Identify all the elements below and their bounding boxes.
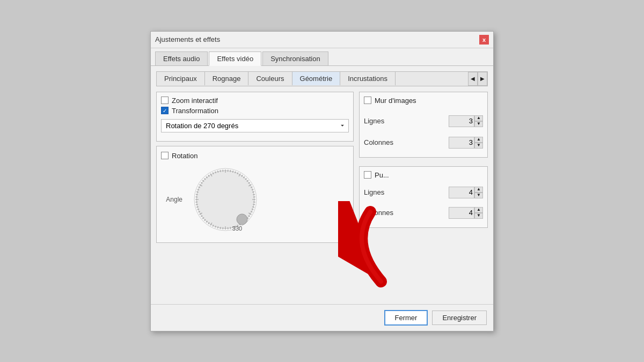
left-panel: Zoom interactif ✓ Transformation Rotatio… — [156, 92, 354, 299]
lignes-bottom-up[interactable]: ▲ — [474, 187, 483, 193]
colonnes-top-label: Colonnes — [364, 138, 393, 146]
lignes-bottom-down[interactable]: ▼ — [474, 193, 483, 198]
footer: Fermer Enregistrer — [151, 304, 493, 331]
colonnes-bottom-up[interactable]: ▲ — [474, 207, 483, 213]
colonnes-top-row: Colonnes ▲ ▼ — [364, 137, 483, 149]
tab-effets-video[interactable]: Effets vidéo — [209, 51, 261, 66]
puzzle-checkbox[interactable] — [364, 171, 371, 179]
sub-tabs: Principaux Rognage Couleurs Géométrie In… — [156, 71, 488, 86]
lignes-top-input[interactable] — [449, 115, 474, 127]
lignes-bottom-spinner: ▲ ▼ — [449, 187, 483, 198]
subtab-rognage[interactable]: Rognage — [205, 72, 249, 85]
colonnes-bottom-row: Colonnes ▲ ▼ — [364, 207, 483, 219]
transformation-checkbox[interactable]: ✓ — [161, 107, 169, 114]
subtab-couleurs[interactable]: Couleurs — [248, 72, 292, 85]
enregistrer-button[interactable]: Enregistrer — [432, 311, 487, 325]
svg-line-19 — [253, 204, 255, 205]
tab-synchronisation[interactable]: Synchronisation — [262, 51, 328, 65]
subtab-principaux[interactable]: Principaux — [157, 72, 205, 85]
lignes-bottom-arrows: ▲ ▼ — [474, 187, 483, 198]
subtab-incrustations[interactable]: Incrustations — [340, 72, 396, 85]
right-panel: Mur d'images Lignes ▲ ▼ — [359, 92, 488, 299]
dialog: Ajustements et effets x Effets audio Eff… — [150, 31, 494, 331]
colonnes-top-spinner: ▲ ▼ — [449, 137, 483, 149]
colonnes-bottom-spinner: ▲ ▼ — [449, 207, 483, 219]
lignes-top-down[interactable]: ▼ — [474, 121, 483, 127]
zoom-interactif-label: Zoom interactif — [172, 97, 218, 105]
svg-line-16 — [253, 194, 255, 195]
content-area: Principaux Rognage Couleurs Géométrie In… — [151, 66, 493, 304]
puzzle-label: Pu... — [375, 171, 389, 179]
knob-container[interactable]: 330 — [188, 162, 263, 237]
zoom-interactif-row: Zoom interactif — [161, 97, 349, 105]
lignes-bottom-input[interactable] — [449, 187, 474, 198]
close-button[interactable]: x — [479, 35, 489, 45]
fermer-button[interactable]: Fermer — [384, 310, 428, 326]
mur-images-section: Mur d'images Lignes ▲ ▼ — [359, 92, 488, 158]
colonnes-bottom-arrows: ▲ ▼ — [474, 207, 483, 219]
subtab-geometrie[interactable]: Géométrie — [292, 72, 341, 85]
transformation-label: Transformation — [172, 107, 218, 115]
lignes-top-arrows: ▲ ▼ — [474, 115, 483, 127]
knob-svg: 330 — [188, 162, 263, 237]
main-content: Zoom interactif ✓ Transformation Rotatio… — [156, 92, 488, 299]
rotation-box: Rotation Angle — [156, 146, 354, 243]
colonnes-top-down[interactable]: ▼ — [474, 143, 483, 149]
colonnes-top-arrows: ▲ ▼ — [474, 137, 483, 149]
lignes-top-row: Lignes ▲ ▼ — [364, 115, 483, 127]
dropdown-row: Rotation de 0 degrés Rotation de 90 degr… — [161, 119, 349, 132]
zoom-interactif-checkbox[interactable] — [161, 97, 169, 104]
arrow-right-btn[interactable]: ▶ — [478, 72, 487, 86]
rotation-checkbox[interactable] — [161, 152, 169, 159]
rotation-dropdown[interactable]: Rotation de 0 degrés Rotation de 90 degr… — [161, 119, 349, 132]
colonnes-bottom-down[interactable]: ▼ — [474, 213, 483, 219]
svg-line-4 — [230, 169, 231, 172]
colonnes-bottom-input[interactable] — [449, 207, 474, 219]
knob-area: Angle — [161, 162, 349, 237]
svg-text:330: 330 — [232, 225, 242, 232]
svg-point-74 — [237, 214, 247, 225]
tab-effets-audio[interactable]: Effets audio — [155, 51, 208, 65]
svg-line-31 — [230, 227, 231, 229]
mur-images-label: Mur d'images — [375, 97, 416, 105]
dialog-title: Ajustements et effets — [155, 35, 220, 43]
puzzle-row: Pu... — [364, 171, 483, 179]
colonnes-top-up[interactable]: ▲ — [474, 137, 483, 143]
top-tabs: Effets audio Effets vidéo Synchronisatio… — [151, 48, 493, 66]
zoom-panel: Zoom interactif ✓ Transformation Rotatio… — [156, 92, 354, 142]
svg-line-46 — [196, 204, 198, 205]
lignes-bottom-label: Lignes — [364, 188, 384, 196]
colonnes-bottom-label: Colonnes — [364, 209, 393, 217]
transformation-row: ✓ Transformation — [161, 107, 349, 115]
lignes-top-label: Lignes — [364, 117, 384, 125]
mur-images-checkbox[interactable] — [364, 97, 371, 104]
mur-images-row: Mur d'images — [364, 97, 483, 105]
rotation-checkbox-row: Rotation — [161, 152, 349, 160]
puzzle-section: Pu... Lignes ▲ ▼ — [359, 166, 488, 228]
svg-line-34 — [220, 227, 221, 229]
title-bar: Ajustements et effets x — [151, 32, 493, 48]
rotation-label: Rotation — [172, 152, 197, 160]
lignes-top-spinner: ▲ ▼ — [449, 115, 483, 127]
lignes-bottom-row: Lignes ▲ ▼ — [364, 187, 483, 198]
arrow-left-btn[interactable]: ◀ — [468, 72, 478, 86]
lignes-top-up[interactable]: ▲ — [474, 115, 483, 121]
angle-label: Angle — [161, 196, 182, 203]
subtab-arrows: ◀ ▶ — [468, 72, 487, 86]
svg-line-61 — [220, 169, 221, 172]
colonnes-top-input[interactable] — [449, 137, 474, 149]
svg-line-49 — [196, 194, 198, 195]
